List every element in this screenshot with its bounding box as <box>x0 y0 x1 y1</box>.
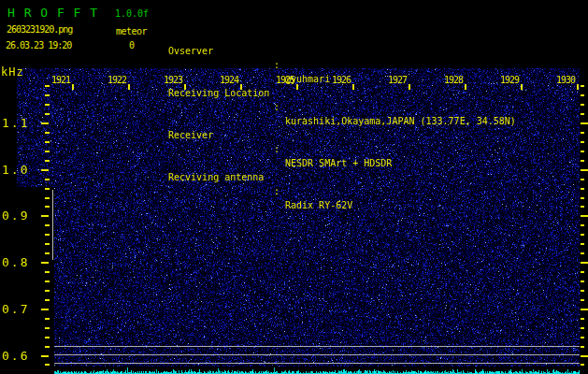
time-tick-label: 1927 <box>384 75 410 85</box>
freq-tick-label: 0.7 <box>2 302 41 316</box>
freq-minor-tick <box>45 337 50 338</box>
freq-major-tick <box>41 215 49 217</box>
info-separator: : <box>274 142 280 156</box>
info-label: Recviving antenna <box>168 170 264 184</box>
time-tick-mark <box>184 84 186 90</box>
freq-minor-tick <box>45 179 50 180</box>
time-tick-mark <box>409 84 410 90</box>
freq-minor-tick <box>581 141 584 143</box>
time-tick-mark <box>72 84 74 90</box>
time-tick-mark <box>577 84 579 90</box>
time-tick-label: 1922 <box>104 75 130 85</box>
freq-minor-tick <box>45 197 50 199</box>
freq-minor-tick <box>581 206 584 208</box>
hrofft-window: H R O F F T 1.0.0f 2603231920.png meteor… <box>0 0 588 374</box>
freq-minor-tick <box>581 94 584 96</box>
freq-minor-tick <box>45 104 50 106</box>
info-row-observer: Ovserver : @yuhmari <box>168 30 202 44</box>
time-tick-label: 1929 <box>496 75 523 85</box>
time-tick-label: 1924 <box>216 75 242 85</box>
reference-line <box>54 363 580 364</box>
freq-minor-tick <box>45 188 50 190</box>
freq-tick-label: 0.8 <box>2 255 41 269</box>
freq-minor-tick <box>581 160 584 162</box>
time-tick-mark <box>296 84 298 90</box>
left-marker-line <box>52 190 53 260</box>
freq-minor-tick <box>581 113 584 115</box>
freq-minor-tick <box>581 104 584 106</box>
signal-level-strip-canvas <box>54 367 580 374</box>
freq-minor-tick <box>45 364 50 366</box>
time-tick-label: 1923 <box>160 75 186 85</box>
time-tick-mark <box>521 84 523 90</box>
info-label: Ovserver <box>168 44 213 58</box>
freq-tick-label: 1.1 <box>2 116 41 130</box>
freq-minor-tick <box>581 318 584 320</box>
timestamp: 26.03.23 19:20 <box>6 40 71 50</box>
freq-minor-tick <box>45 141 50 143</box>
freq-minor-tick <box>45 151 50 152</box>
time-tick-mark <box>465 84 466 90</box>
freq-major-tick <box>41 122 49 124</box>
freq-minor-tick <box>45 132 50 134</box>
freq-minor-tick <box>581 132 584 134</box>
app-version: 1.0.0f <box>115 8 149 19</box>
freq-minor-tick <box>581 364 584 366</box>
freq-minor-tick <box>581 299 584 301</box>
freq-minor-tick <box>45 85 50 87</box>
freq-minor-tick <box>581 234 584 236</box>
freq-major-tick <box>41 169 49 171</box>
freq-minor-tick <box>581 197 584 199</box>
freq-minor-tick <box>45 299 50 301</box>
freq-major-tick <box>41 262 49 264</box>
freq-tick-label: 1.0 <box>2 163 41 177</box>
freq-minor-tick <box>581 188 584 190</box>
time-tick-mark <box>128 84 130 90</box>
reference-line <box>54 346 580 347</box>
freq-minor-tick <box>45 271 50 273</box>
freq-minor-tick <box>581 337 584 338</box>
freq-minor-tick <box>45 234 50 236</box>
time-tick-label: 1925 <box>272 75 298 85</box>
time-tick-label: 1928 <box>440 75 466 85</box>
time-tick-mark <box>352 84 354 90</box>
freq-major-tick <box>581 122 588 124</box>
info-separator: : <box>274 58 280 72</box>
time-tick-label: 1926 <box>328 75 354 85</box>
freq-minor-tick <box>45 160 50 162</box>
freq-major-tick <box>41 309 49 310</box>
freq-minor-tick <box>45 252 50 254</box>
info-row-antenna: Recviving antenna : Radix RY-62V <box>168 156 202 170</box>
info-row-receiver: Receiver : NESDR SMArt + HDSDR <box>168 114 202 128</box>
freq-major-tick <box>581 309 588 310</box>
freq-minor-tick <box>45 290 50 292</box>
freq-minor-tick <box>581 271 584 273</box>
freq-minor-tick <box>581 290 584 292</box>
info-value: kurashiki,Okayama,JAPAN (133.77E, 34.58N… <box>285 114 516 128</box>
app-title: H R O F F T <box>7 6 98 20</box>
freq-major-tick <box>581 169 588 171</box>
freq-minor-tick <box>45 280 50 282</box>
station-info: Ovserver : @yuhmari Receiving Location :… <box>168 2 202 198</box>
freq-minor-tick <box>581 327 584 329</box>
freq-minor-tick <box>45 243 50 245</box>
freq-major-tick <box>581 355 588 357</box>
freq-axis-unit: kHz <box>1 65 24 79</box>
freq-minor-tick <box>45 94 50 96</box>
info-separator: : <box>274 184 280 198</box>
freq-minor-tick <box>581 346 584 348</box>
freq-minor-tick <box>581 179 584 180</box>
freq-tick-label: 0.9 <box>2 209 41 223</box>
time-tick-label: 1930 <box>552 75 579 85</box>
time-tick-mark <box>240 84 242 90</box>
freq-minor-tick <box>45 113 50 115</box>
reference-line <box>54 354 580 355</box>
output-filename: 2603231920.png <box>7 24 72 35</box>
freq-minor-tick <box>581 151 584 152</box>
info-label: Receiver <box>168 128 213 142</box>
meteor-counter-label: meteor <box>116 26 147 36</box>
freq-minor-tick <box>45 318 50 320</box>
meteor-counter-value: 0 <box>122 40 141 50</box>
spectrogram-canvas <box>17 68 580 367</box>
freq-major-tick <box>581 262 588 264</box>
